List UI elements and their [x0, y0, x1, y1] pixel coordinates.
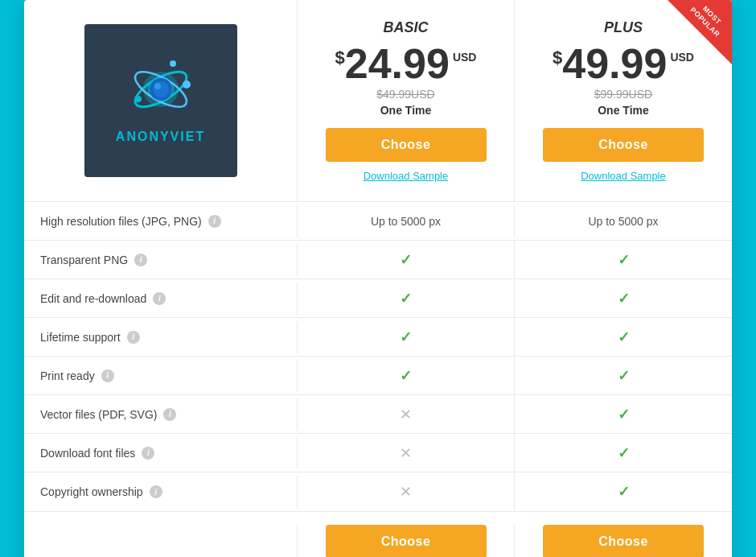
- feature-label: Download font filesi: [24, 437, 298, 469]
- plus-feature-value: ✓: [515, 280, 732, 317]
- feature-label: Vector files (PDF, SVG)i: [24, 398, 298, 431]
- svg-point-4: [183, 80, 191, 89]
- check-icon: ✓: [400, 251, 412, 269]
- info-icon[interactable]: i: [208, 215, 221, 228]
- svg-point-6: [170, 60, 176, 67]
- footer-row: Choose Choose: [24, 511, 732, 557]
- feature-row: Edit and re-downloadi✓✓: [24, 279, 732, 318]
- check-icon: ✓: [618, 483, 630, 501]
- badge-text: MOST POPULAR: [686, 0, 730, 41]
- check-icon: ✓: [618, 328, 630, 346]
- plus-feature-value: ✓: [515, 357, 732, 394]
- info-icon[interactable]: i: [101, 369, 114, 382]
- feature-label-text: High resolution files (JPG, PNG): [40, 215, 202, 228]
- basic-feature-value: ✓: [298, 319, 515, 356]
- check-icon: ✓: [400, 367, 412, 385]
- basic-plan-header: BASIC $ 24.99 USD $49.99USD One Time Cho…: [298, 0, 515, 201]
- feature-label-text: Edit and re-download: [40, 292, 146, 305]
- plus-feature-value: ✓: [515, 473, 732, 510]
- plus-download-sample[interactable]: Download Sample: [581, 170, 666, 182]
- info-icon[interactable]: i: [134, 254, 147, 266]
- check-icon: ✓: [618, 444, 630, 462]
- basic-price-row: $ 24.99 USD: [335, 43, 477, 85]
- check-icon: ✓: [400, 290, 412, 307]
- svg-point-9: [154, 83, 161, 89]
- footer-plus-btn-cell: Choose: [515, 525, 732, 557]
- logo-box: ANONYVIET: [84, 24, 237, 177]
- svg-point-5: [135, 96, 142, 102]
- feature-label: Print readyi: [24, 360, 298, 392]
- footer-plus-choose-button[interactable]: Choose: [543, 525, 704, 557]
- basic-plan-name: BASIC: [383, 19, 428, 36]
- feature-row: High resolution files (JPG, PNG)iUp to 5…: [24, 202, 732, 241]
- plus-original-price: $99.99USD: [594, 88, 652, 101]
- basic-original-price: $49.99USD: [376, 88, 434, 101]
- basic-download-sample[interactable]: Download Sample: [364, 170, 449, 182]
- check-icon: ✓: [400, 328, 412, 346]
- cross-icon: ✕: [400, 444, 412, 462]
- basic-feature-value: ✕: [298, 473, 515, 510]
- cross-icon: ✕: [400, 483, 412, 501]
- check-icon: ✓: [618, 367, 630, 385]
- plus-price: 49.99: [562, 43, 667, 85]
- feature-row: Print readyi✓✓: [24, 357, 732, 395]
- cross-icon: ✕: [400, 406, 412, 423]
- feature-text-value: Up to 5000 px: [371, 215, 441, 228]
- check-icon: ✓: [618, 290, 630, 307]
- pricing-table: ANONYVIET BASIC $ 24.99 USD $49.99USD On…: [24, 0, 732, 557]
- features-container: High resolution files (JPG, PNG)iUp to 5…: [24, 202, 732, 511]
- feature-row: Download font filesi✕✓: [24, 434, 732, 472]
- feature-row: Vector files (PDF, SVG)i✕✓: [24, 395, 732, 434]
- basic-price: 24.99: [345, 43, 450, 85]
- feature-label-text: Lifetime support: [40, 331, 121, 344]
- feature-label-text: Download font files: [40, 447, 135, 460]
- basic-feature-value: ✓: [298, 357, 515, 394]
- feature-label: Lifetime supporti: [24, 321, 298, 353]
- plus-currency: $: [553, 47, 562, 68]
- logo-cell: ANONYVIET: [24, 0, 298, 201]
- basic-currency: $: [335, 47, 345, 68]
- feature-label: Transparent PNGi: [24, 244, 298, 276]
- basic-feature-value: ✓: [298, 241, 515, 278]
- feature-row: Transparent PNGi✓✓: [24, 241, 732, 279]
- footer-basic-choose-button[interactable]: Choose: [326, 525, 487, 557]
- basic-feature-value: ✓: [298, 280, 515, 317]
- info-icon[interactable]: i: [142, 447, 154, 460]
- feature-label-text: Transparent PNG: [40, 254, 128, 266]
- plus-feature-value: Up to 5000 px: [515, 205, 732, 237]
- basic-usd: USD: [453, 51, 477, 64]
- info-icon[interactable]: i: [127, 331, 140, 344]
- plus-choose-button[interactable]: Choose: [543, 128, 704, 162]
- feature-row: Copyright ownershipi✕✓: [24, 472, 732, 511]
- most-popular-badge: MOST POPULAR: [668, 0, 732, 64]
- feature-row: Lifetime supporti✓✓: [24, 318, 732, 357]
- info-icon[interactable]: i: [153, 292, 166, 305]
- basic-choose-button[interactable]: Choose: [326, 128, 487, 162]
- info-icon[interactable]: i: [150, 485, 162, 498]
- check-icon: ✓: [618, 406, 630, 423]
- footer-basic-btn-cell: Choose: [298, 525, 515, 557]
- basic-feature-value: ✕: [298, 396, 515, 433]
- info-icon[interactable]: i: [163, 408, 176, 421]
- plus-plan-header: MOST POPULAR PLUS $ 49.99 USD $99.99USD …: [515, 0, 732, 201]
- plus-feature-value: ✓: [515, 435, 732, 472]
- basic-feature-value: Up to 5000 px: [298, 205, 515, 237]
- logo-icon: [129, 57, 193, 122]
- footer-empty-cell: [24, 525, 298, 557]
- basic-feature-value: ✕: [298, 435, 515, 472]
- feature-label-text: Copyright ownership: [40, 485, 143, 498]
- svg-point-8: [153, 81, 169, 97]
- feature-label: Copyright ownershipi: [24, 476, 298, 508]
- feature-label: Edit and re-downloadi: [24, 283, 298, 315]
- feature-text-value: Up to 5000 px: [588, 215, 658, 228]
- feature-label-text: Print ready: [40, 369, 95, 382]
- plus-feature-value: ✓: [515, 396, 732, 433]
- feature-label-text: Vector files (PDF, SVG): [40, 408, 157, 421]
- plus-feature-value: ✓: [515, 241, 732, 278]
- plus-plan-name: PLUS: [604, 19, 643, 36]
- header-row: ANONYVIET BASIC $ 24.99 USD $49.99USD On…: [24, 0, 732, 202]
- check-icon: ✓: [618, 251, 630, 269]
- plus-billing: One Time: [598, 104, 649, 117]
- basic-billing: One Time: [380, 104, 432, 117]
- plus-feature-value: ✓: [515, 319, 732, 356]
